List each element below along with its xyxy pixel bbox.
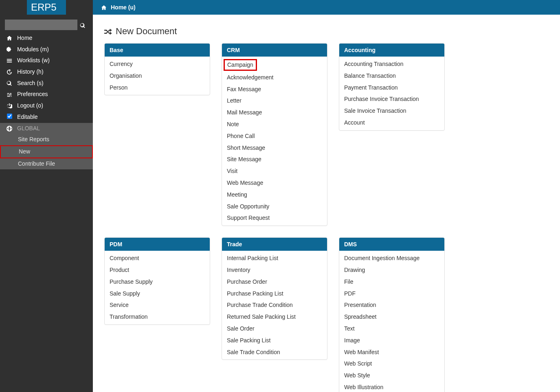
breadcrumb[interactable]: Home (u): [93, 0, 560, 15]
search-button[interactable]: [77, 20, 88, 30]
sidebar-item-label: Logout (o): [17, 101, 43, 110]
document-type-link[interactable]: Person: [105, 82, 210, 94]
sidebar-item-site-reports[interactable]: Site Reports: [0, 134, 93, 145]
document-type-link[interactable]: Inventory: [222, 264, 327, 276]
document-type-link[interactable]: Campaign: [224, 59, 257, 71]
document-type-link[interactable]: Text: [339, 323, 444, 335]
document-type-link[interactable]: Letter: [222, 95, 327, 107]
sidebar-item-preferences[interactable]: Preferences: [0, 89, 93, 100]
document-type-link[interactable]: Web Message: [222, 177, 327, 189]
power-icon: [5, 102, 14, 110]
document-type-link[interactable]: Sale Supply: [105, 288, 210, 300]
document-type-link[interactable]: PDF: [339, 288, 444, 300]
document-type-link[interactable]: Sale Order: [222, 323, 327, 335]
document-type-link[interactable]: Document Ingestion Message: [339, 252, 444, 264]
sidebar-item-modules[interactable]: Modules (m): [0, 44, 93, 55]
document-type-link[interactable]: Account: [339, 117, 444, 129]
document-type-link[interactable]: Product: [105, 264, 210, 276]
sidebar-item-label: Home: [17, 34, 32, 43]
document-type-link[interactable]: Component: [105, 252, 210, 264]
page-title-text: New Document: [116, 26, 177, 37]
document-type-link[interactable]: Note: [222, 118, 327, 130]
document-type-link[interactable]: Web Illustration: [339, 381, 444, 392]
document-type-link[interactable]: Purchase Order: [222, 276, 327, 288]
document-type-link[interactable]: File: [339, 276, 444, 288]
document-type-link[interactable]: Purchase Supply: [105, 276, 210, 288]
sidebar-item-home[interactable]: Home: [0, 33, 93, 44]
document-type-link[interactable]: Presentation: [339, 299, 444, 311]
category-card-crm: CRMCampaignAcknowledgementFax MessageLet…: [222, 43, 327, 226]
document-type-link[interactable]: Image: [339, 335, 444, 346]
document-type-link[interactable]: Meeting: [222, 189, 327, 201]
document-type-link[interactable]: Accounting Transaction: [339, 58, 444, 70]
category-body: ComponentProductPurchase SupplySale Supp…: [105, 251, 210, 324]
category-header: Base: [105, 44, 210, 57]
search-input[interactable]: [5, 20, 77, 30]
document-type-link[interactable]: Purchase Invoice Transaction: [339, 93, 444, 105]
editable-checkbox[interactable]: [7, 114, 12, 119]
category-card-base: BaseCurrencyOrganisationPerson: [104, 43, 210, 95]
document-type-link[interactable]: Sale Packing List: [222, 335, 327, 346]
sidebar-item-editable[interactable]: Editable: [0, 112, 93, 123]
sidebar-item-label: Editable: [17, 113, 38, 122]
category-body: Internal Packing ListInventoryPurchase O…: [222, 251, 327, 359]
sidebar-item-history[interactable]: History (h): [0, 66, 93, 78]
document-type-link[interactable]: Service: [105, 299, 210, 311]
document-type-link[interactable]: Site Message: [222, 153, 327, 165]
document-type-link[interactable]: Phone Call: [222, 130, 327, 142]
document-type-link[interactable]: Web Style: [339, 370, 444, 381]
document-type-link[interactable]: Purchase Packing List: [222, 288, 327, 300]
document-type-link[interactable]: Short Message: [222, 142, 327, 154]
category-card-pdm: PDMComponentProductPurchase SupplySale S…: [104, 237, 210, 325]
checkbox-icon: [5, 113, 14, 121]
document-type-link[interactable]: Web Script: [339, 358, 444, 370]
logo[interactable]: ERP5: [27, 0, 66, 15]
document-type-link[interactable]: Sale Opportunity: [222, 201, 327, 212]
document-type-link[interactable]: Mail Message: [222, 107, 327, 118]
sidebar-item-global: GLOBAL: [0, 123, 93, 134]
document-type-link[interactable]: Internal Packing List: [222, 252, 327, 264]
puzzle-icon: [5, 45, 14, 53]
document-type-link[interactable]: Returned Sale Packing List: [222, 311, 327, 323]
document-type-link[interactable]: Acknowledgement: [222, 72, 327, 83]
category-card-dms: DMSDocument Ingestion MessageDrawingFile…: [339, 237, 445, 392]
category-body: CurrencyOrganisationPerson: [105, 57, 210, 95]
category-card-trade: TradeInternal Packing ListInventoryPurch…: [222, 237, 327, 360]
sidebar-item-label: Modules (m): [17, 45, 49, 54]
sidebar-item-label: Search (s): [17, 79, 44, 88]
page-title: New Document: [104, 26, 549, 37]
document-type-link[interactable]: Visit: [222, 165, 327, 177]
content: New Document BaseCurrencyOrganisationPer…: [93, 15, 560, 392]
shuffle-icon: [104, 27, 112, 35]
document-type-link[interactable]: Payment Transaction: [339, 82, 444, 94]
globe-icon: [5, 124, 14, 132]
main: Home (u) New Document BaseCurrencyOrgani…: [93, 0, 560, 392]
sidebar-item-worklists[interactable]: Worklists (w): [0, 55, 93, 66]
document-type-link[interactable]: Drawing: [339, 264, 444, 276]
category-body: Accounting TransactionBalance Transactio…: [339, 57, 444, 130]
sliders-icon: [5, 90, 14, 99]
document-type-link[interactable]: Sale Trade Condition: [222, 346, 327, 358]
sidebar-item-label: Contribute File: [18, 160, 55, 169]
search-row: [0, 18, 93, 33]
document-type-link[interactable]: Spreadsheet: [339, 311, 444, 323]
document-type-link[interactable]: Sale Invoice Transaction: [339, 105, 444, 117]
document-type-link[interactable]: Fax Message: [222, 83, 327, 95]
document-type-link[interactable]: Purchase Trade Condition: [222, 299, 327, 311]
search-icon: [80, 23, 86, 28]
sidebar-item-contribute-file[interactable]: Contribute File: [0, 158, 93, 170]
sidebar-item-new[interactable]: New: [0, 145, 93, 158]
sidebar-item-search[interactable]: Search (s): [0, 78, 93, 89]
sidebar-item-label: GLOBAL: [17, 124, 40, 133]
document-type-link[interactable]: Web Manifest: [339, 346, 444, 358]
document-type-link[interactable]: Balance Transaction: [339, 70, 444, 82]
sidebar-item-logout[interactable]: Logout (o): [0, 100, 93, 112]
document-type-link[interactable]: Transformation: [105, 311, 210, 323]
sidebar-item-label: Preferences: [17, 90, 48, 99]
document-type-link[interactable]: Currency: [105, 58, 210, 70]
category-header: CRM: [222, 44, 327, 57]
document-type-link[interactable]: Support Request: [222, 212, 327, 224]
document-type-link[interactable]: Organisation: [105, 70, 210, 82]
category-grid: BaseCurrencyOrganisationPersonCRMCampaig…: [104, 43, 549, 392]
nav: HomeModules (m)Worklists (w)History (h)S…: [0, 33, 93, 169]
